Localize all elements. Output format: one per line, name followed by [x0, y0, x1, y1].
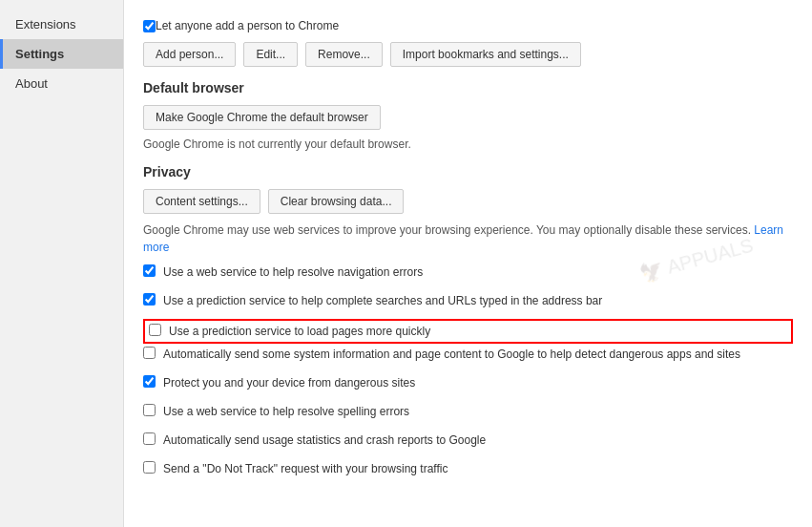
sidebar-item-about[interactable]: About [0, 69, 123, 98]
nav-errors-label: Use a web service to help resolve naviga… [163, 264, 423, 281]
privacy-checkboxes: Use a web service to help resolve naviga… [143, 262, 793, 479]
default-browser-button-row: Make Google Chrome the default browser [143, 105, 793, 130]
checkbox-row-protect-dangerous: Protect you and your device from dangero… [143, 372, 793, 393]
let-anyone-add-label: Let anyone add a person to Chrome [156, 17, 339, 34]
checkbox-row-do-not-track: Send a "Do Not Track" request with your … [143, 458, 793, 479]
protect-dangerous-label: Protect you and your device from dangero… [163, 374, 415, 391]
let-anyone-add-checkbox[interactable] [143, 20, 156, 32]
checkbox-row-usage-stats: Automatically send usage statistics and … [143, 430, 793, 451]
do-not-track-checkbox[interactable] [143, 461, 156, 474]
nav-errors-checkbox[interactable] [143, 264, 156, 277]
remove-button[interactable]: Remove... [305, 42, 383, 67]
content-settings-button[interactable]: Content settings... [143, 189, 260, 214]
checkbox-row-spelling-errors: Use a web service to help resolve spelli… [143, 401, 793, 422]
sidebar-label-extensions: Extensions [15, 17, 76, 32]
clear-browsing-data-button[interactable]: Clear browsing data... [268, 189, 405, 214]
make-default-button[interactable]: Make Google Chrome the default browser [143, 105, 381, 130]
sidebar-item-extensions[interactable]: Extensions [0, 10, 123, 39]
sidebar-label-about: About [15, 76, 48, 91]
spelling-errors-label: Use a web service to help resolve spelli… [163, 403, 409, 420]
sidebar: Extensions Settings About [0, 0, 124, 527]
checkbox-row-auto-send-info: Automatically send some system informati… [143, 344, 793, 365]
auto-send-info-checkbox[interactable] [143, 347, 156, 359]
privacy-title: Privacy [143, 164, 793, 179]
import-bookmarks-button[interactable]: Import bookmarks and settings... [390, 42, 581, 67]
person-buttons-row: Add person... Edit... Remove... Import b… [143, 42, 793, 67]
default-browser-description: Google Chrome is not currently your defa… [143, 137, 793, 151]
main-content: Let anyone add a person to Chrome Add pe… [124, 0, 812, 527]
usage-stats-checkbox[interactable] [143, 432, 156, 445]
auto-send-info-label: Automatically send some system informati… [163, 346, 740, 363]
do-not-track-label: Send a "Do Not Track" request with your … [163, 460, 448, 477]
privacy-buttons-row: Content settings... Clear browsing data.… [143, 189, 793, 214]
checkbox-row-prediction-load-highlighted: Use a prediction service to load pages m… [143, 319, 793, 344]
sidebar-label-settings: Settings [15, 47, 64, 61]
spelling-errors-checkbox[interactable] [143, 404, 156, 416]
privacy-description: Google Chrome may use web services to im… [143, 221, 793, 256]
usage-stats-label: Automatically send usage statistics and … [163, 432, 486, 449]
sidebar-item-settings[interactable]: Settings [0, 39, 123, 69]
default-browser-title: Default browser [143, 80, 793, 95]
checkbox-row-nav-errors: Use a web service to help resolve naviga… [143, 262, 793, 283]
prediction-load-label: Use a prediction service to load pages m… [169, 323, 430, 340]
prediction-search-label: Use a prediction service to help complet… [163, 292, 602, 309]
protect-dangerous-checkbox[interactable] [143, 375, 156, 388]
privacy-info-text: Google Chrome may use web services to im… [143, 223, 751, 237]
edit-button[interactable]: Edit... [243, 42, 298, 67]
prediction-load-checkbox[interactable] [149, 324, 161, 336]
checkbox-row-prediction-search: Use a prediction service to help complet… [143, 290, 793, 311]
prediction-search-checkbox[interactable] [143, 293, 156, 306]
add-person-button[interactable]: Add person... [143, 42, 236, 67]
